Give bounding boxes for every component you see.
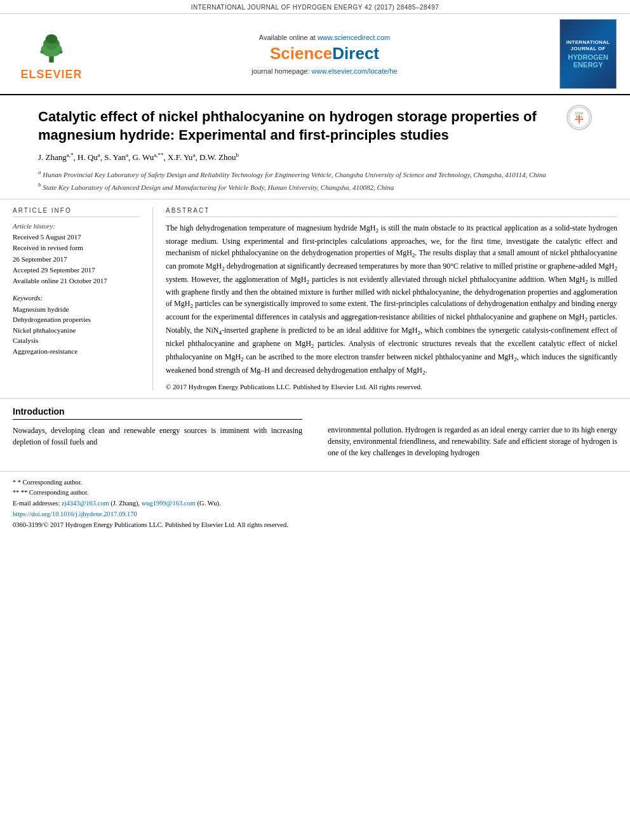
svg-text:Cross: Cross xyxy=(575,112,584,115)
article-history: Article history: Received 5 August 2017 … xyxy=(13,222,140,286)
journal-header-text: INTERNATIONAL JOURNAL OF HYDROGEN ENERGY… xyxy=(191,4,439,11)
available-date: Available online 21 October 2017 xyxy=(13,276,140,286)
corresponding-author-1: * * Corresponding author. xyxy=(13,478,617,488)
journal-homepage-link[interactable]: www.elsevier.com/locate/he xyxy=(312,67,398,75)
journal-cover-title: INTERNATIONAL JOURNAL OF xyxy=(564,39,612,51)
revised-label: Received in revised form xyxy=(13,243,140,253)
email2-link[interactable]: wug1999@163.com xyxy=(142,500,196,507)
footer-copyright: 0360-3199/© 2017 Hydrogen Energy Publica… xyxy=(13,521,617,528)
svg-point-3 xyxy=(46,34,57,44)
elsevier-logo-area: ELSEVIER xyxy=(10,19,93,89)
journal-cover-area: INTERNATIONAL JOURNAL OF HYDROGENENERGY xyxy=(556,19,620,89)
article-title: Catalytic effect of nickel phthalocyanin… xyxy=(38,108,560,144)
intro-left-column: Introduction Nowadays, developing clean … xyxy=(13,406,309,458)
journal-cover-subtitle: HYDROGENENERGY xyxy=(568,53,608,69)
available-online-label: Available online at www.sciencedirect.co… xyxy=(259,34,390,41)
doi-line: https://doi.org/10.1016/j.ijhydene.2017.… xyxy=(13,510,617,519)
svg-point-7 xyxy=(59,50,63,54)
email1-link[interactable]: zj4343@163.com xyxy=(62,500,109,507)
crossmark-area: Cross Mark xyxy=(566,105,592,130)
sciencedirect-logo: ScienceDirect xyxy=(270,44,379,63)
svg-point-4 xyxy=(42,45,46,50)
top-header: ELSEVIER Available online at www.science… xyxy=(0,14,630,95)
introduction-section: Introduction Nowadays, developing clean … xyxy=(0,399,630,458)
keyword-4: Catalysis xyxy=(13,335,140,346)
keyword-1: Magnesium hydride xyxy=(13,304,140,315)
direct-part: Direct xyxy=(332,44,379,63)
affiliations-section: a Hunan Provincial Key Laboratory of Saf… xyxy=(38,168,592,192)
accepted-date: Accepted 29 September 2017 xyxy=(13,265,140,275)
abstract-text: The high dehydrogenation temperature of … xyxy=(166,222,617,378)
article-info-title: ARTICLE INFO xyxy=(13,207,140,217)
authors-line: J. Zhanga,*, H. Qua, S. Yana, G. Wua,**,… xyxy=(38,152,592,163)
doi-link[interactable]: https://doi.org/10.1016/j.ijhydene.2017.… xyxy=(13,510,137,517)
column-divider xyxy=(152,207,153,390)
revised-date: 26 September 2017 xyxy=(13,255,140,264)
sciencedirect-url-link[interactable]: www.sciencedirect.com xyxy=(318,34,390,41)
journal-homepage: journal homepage: www.elsevier.com/locat… xyxy=(251,67,397,75)
keyword-5: Aggregation-resistance xyxy=(13,346,140,357)
footer-section: * * Corresponding author. ** ** Correspo… xyxy=(0,471,630,535)
keywords-title: Keywords: xyxy=(13,294,140,302)
intro-right-column: environmental pollution. Hydrogen is reg… xyxy=(321,406,617,458)
intro-left-text: Nowadays, developing clean and renewable… xyxy=(13,425,302,448)
intro-right-text: environmental pollution. Hydrogen is reg… xyxy=(328,424,617,458)
introduction-title: Introduction xyxy=(13,406,302,420)
keyword-3: Nickel phthalocyanine xyxy=(13,325,140,336)
journal-cover: INTERNATIONAL JOURNAL OF HYDROGENENERGY xyxy=(560,19,617,89)
center-header: Available online at www.sciencedirect.co… xyxy=(93,19,556,89)
elsevier-logo-text: ELSEVIER xyxy=(20,68,82,81)
history-label: Article history: xyxy=(13,222,140,230)
corresponding-author-2: ** ** Corresponding author. xyxy=(13,488,617,498)
crossmark-badge: Cross Mark xyxy=(566,105,592,130)
received-date: Received 5 August 2017 xyxy=(13,232,140,242)
affiliation-a: a Hunan Provincial Key Laboratory of Saf… xyxy=(38,168,592,180)
journal-header-bar: INTERNATIONAL JOURNAL OF HYDROGEN ENERGY… xyxy=(0,0,630,14)
keywords-section: Keywords: Magnesium hydride Dehydrogenat… xyxy=(13,294,140,357)
science-part: Science xyxy=(270,44,332,63)
keyword-2: Dehydrogenation properties xyxy=(13,314,140,325)
article-info-column: ARTICLE INFO Article history: Received 5… xyxy=(13,207,140,390)
main-content: ARTICLE INFO Article history: Received 5… xyxy=(0,199,630,399)
abstract-copyright: © 2017 Hydrogen Energy Publications LLC.… xyxy=(166,383,617,390)
svg-point-6 xyxy=(40,50,44,54)
affiliation-b: b State Key Laboratory of Advanced Desig… xyxy=(38,181,592,192)
svg-point-5 xyxy=(56,45,60,50)
article-title-section: Catalytic effect of nickel phthalocyanin… xyxy=(0,95,630,199)
abstract-column: ABSTRACT The high dehydrogenation temper… xyxy=(166,207,617,390)
elsevier-tree-icon xyxy=(26,27,77,65)
abstract-title: ABSTRACT xyxy=(166,207,617,217)
email-addresses: E-mail addresses: zj4343@163.com (J. Zha… xyxy=(13,499,617,509)
